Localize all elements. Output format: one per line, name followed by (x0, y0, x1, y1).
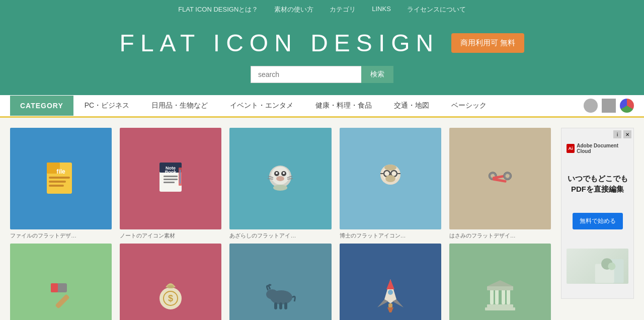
category-bar: CATEGORY PC・ビジネス 日用品・生物など イベント・エンタメ 健康・料… (0, 95, 644, 118)
icon-thumb-dollar: $ (120, 244, 221, 320)
svg-line-23 (268, 179, 273, 179)
svg-rect-58 (490, 289, 494, 304)
svg-rect-10 (164, 176, 178, 177)
icon-grid-row2: ハンマー（とんかち）の… $ ドル袋のフラットアイコ… (10, 244, 551, 320)
icon-thumb-file: file (10, 128, 112, 229)
cat-pc-business[interactable]: PC・ビジネス (73, 95, 140, 116)
svg-rect-60 (502, 289, 505, 304)
svg-rect-55 (388, 303, 392, 307)
icon-card-scissors[interactable]: はさみのフラットデザイ… (449, 128, 551, 239)
color-filter-multicolor[interactable] (620, 99, 634, 113)
svg-point-26 (273, 185, 287, 191)
icon-card-temple[interactable]: ギリシャのパルテノン神… (449, 244, 551, 320)
svg-rect-53 (284, 302, 287, 309)
icon-thumb-seal (229, 128, 331, 229)
icon-card-dollar[interactable]: $ ドル袋のフラットアイコ… (120, 244, 221, 320)
svg-point-34 (385, 175, 395, 182)
svg-text:Book: Book (165, 170, 177, 175)
icon-card-file[interactable]: file ファイルのフラットデザ… (10, 128, 112, 239)
icon-label-file: ファイルのフラットデザ… (10, 232, 112, 239)
svg-text:$: $ (168, 293, 173, 303)
nav-item-category[interactable]: カテゴリ (330, 5, 356, 14)
icon-thumb-hammer (10, 244, 112, 320)
svg-text:file: file (56, 168, 65, 175)
ad-box: i ✕ Ai Adobe Document Cloud いつでもどこでもPDFを… (561, 128, 634, 299)
cat-health[interactable]: 健康・料理・食品 (304, 95, 383, 116)
adobe-icon: Ai (567, 144, 575, 153)
cat-daily[interactable]: 日用品・生物など (140, 95, 219, 116)
icon-thumb-notebook: Note Book (120, 128, 221, 229)
promo-button[interactable]: 商用利用可 無料 (451, 33, 524, 53)
icon-card-shuttle[interactable]: スペースシャトルのフラ… (340, 244, 441, 320)
color-filter-gray[interactable] (584, 99, 598, 113)
svg-point-54 (388, 290, 393, 295)
ad-brand: Adobe Document Cloud (577, 143, 628, 154)
svg-rect-14 (180, 170, 181, 184)
icon-label-scissors: はさみのフラットデザイ… (449, 232, 551, 239)
svg-rect-51 (274, 302, 277, 309)
svg-rect-56 (485, 307, 515, 310)
svg-rect-12 (164, 182, 175, 183)
icon-card-hammer[interactable]: ハンマー（とんかち）の… (10, 244, 112, 320)
icon-card-bull[interactable]: 無料の暴れ牛のフラット… (229, 244, 331, 320)
ad-close-button[interactable]: ✕ (623, 130, 631, 138)
color-filter-square[interactable] (602, 99, 616, 113)
icon-label-doctor: 博士のフラットアイコン… (340, 232, 441, 239)
svg-rect-61 (507, 289, 510, 304)
icon-card-seal[interactable]: あざらしのフラットアイ… (229, 128, 331, 239)
search-input[interactable] (251, 66, 361, 83)
icon-thumb-scissors (449, 128, 551, 229)
svg-rect-59 (495, 289, 499, 304)
main-nav: FLAT ICON DESIGNとは？ 素材の使い方 カテゴリ LINKS ライ… (0, 0, 644, 19)
svg-point-66 (608, 263, 615, 270)
svg-point-35 (384, 165, 396, 171)
nav-item-about[interactable]: FLAT ICON DESIGNとは？ (178, 5, 258, 14)
cat-basic[interactable]: ベーシック (440, 95, 498, 116)
hero-section: FLAT ICON DESIGN 商用利用可 無料 検索 (0, 19, 644, 95)
svg-rect-2 (49, 177, 70, 179)
svg-point-19 (276, 172, 278, 174)
site-title: FLAT ICON DESIGN (120, 29, 440, 57)
svg-rect-11 (164, 179, 178, 180)
icon-card-doctor[interactable]: 博士のフラットアイコン… (340, 128, 441, 239)
category-active[interactable]: CATEGORY (10, 96, 73, 116)
svg-rect-44 (51, 283, 58, 292)
svg-rect-52 (279, 302, 282, 309)
icon-label-notebook: ノートのアイコン素材 (120, 232, 221, 239)
svg-point-16 (271, 167, 289, 185)
nav-item-links[interactable]: LINKS (372, 5, 391, 14)
icon-thumb-temple (449, 244, 551, 320)
svg-rect-3 (49, 181, 66, 183)
ad-bottom-image (567, 249, 628, 284)
ad-main-text: いつでもどこでもPDFを直接編集 (568, 173, 628, 194)
ad-cta-button[interactable]: 無料で始める (573, 213, 623, 229)
icon-card-notebook[interactable]: Note Book ノートのアイコン素材 (120, 128, 221, 239)
nav-item-usage[interactable]: 素材の使い方 (274, 5, 313, 14)
cat-transport[interactable]: 交通・地図 (383, 95, 440, 116)
icon-grid-row1: file ファイルのフラットデザ… Note Book (10, 128, 551, 239)
search-button[interactable]: 検索 (361, 66, 393, 83)
sidebar-ad: i ✕ Ai Adobe Document Cloud いつでもどこでもPDFを… (561, 128, 634, 320)
main-content: file ファイルのフラットデザ… Note Book (0, 118, 644, 320)
svg-rect-62 (487, 286, 513, 290)
svg-point-50 (266, 289, 278, 299)
svg-point-20 (283, 172, 285, 174)
color-filter-icons (584, 99, 634, 113)
header: FLAT ICON DESIGNとは？ 素材の使い方 カテゴリ LINKS ライ… (0, 0, 644, 95)
nav-item-license[interactable]: ライセンスについて (407, 5, 466, 14)
svg-rect-4 (49, 185, 64, 187)
icon-grid-area: file ファイルのフラットデザ… Note Book (10, 128, 551, 320)
svg-point-21 (276, 176, 284, 181)
ad-info-button[interactable]: i (613, 130, 621, 138)
svg-rect-57 (487, 304, 513, 307)
icon-thumb-doctor (340, 128, 441, 229)
svg-rect-42 (55, 294, 70, 309)
icon-thumb-bull (229, 244, 331, 320)
cat-event[interactable]: イベント・エンタメ (219, 95, 304, 116)
svg-rect-48 (168, 285, 174, 288)
icon-thumb-shuttle (340, 244, 441, 320)
search-row: 検索 (251, 66, 393, 83)
ad-logo-row: Ai Adobe Document Cloud (567, 143, 628, 154)
svg-line-25 (287, 179, 293, 179)
icon-label-seal: あざらしのフラットアイ… (229, 232, 331, 239)
